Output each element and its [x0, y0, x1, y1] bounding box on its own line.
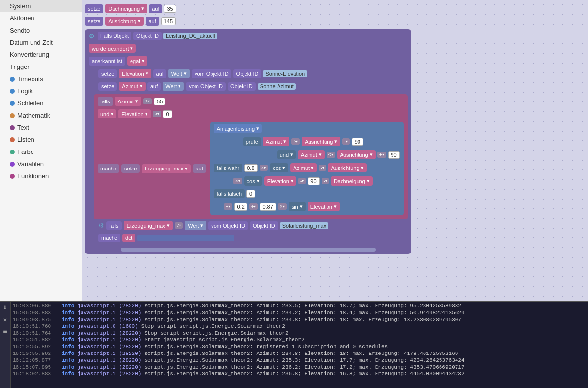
sidebar-item-listen[interactable]: Listen: [0, 134, 82, 146]
ausrichtung-var-4[interactable]: Ausrichtung ▾: [328, 163, 366, 172]
prufe-block: prüfe: [243, 137, 261, 146]
sidebar-label-schleifen: Schleifen: [17, 100, 43, 107]
val-90-3[interactable]: 90: [308, 177, 319, 185]
lt-op[interactable]: < ▾: [327, 152, 335, 158]
wurde-geandert-block[interactable]: wurde geändert ▾: [89, 44, 136, 53]
log-btn-clear[interactable]: ✕: [3, 316, 7, 324]
mache-block: mache: [98, 164, 119, 173]
horizontal-scrollbar[interactable]: [121, 248, 376, 252]
setze-elevation-block[interactable]: setze: [98, 69, 117, 78]
azimut-var-3[interactable]: Azimut ▾: [298, 150, 325, 159]
plus-op-2[interactable]: + ▾: [224, 203, 232, 210]
gt-op-1[interactable]: > ▾: [143, 98, 152, 104]
sidebar-item-logik[interactable]: Logik: [0, 85, 82, 97]
vom-objekt-id-2: vom Objekt ID: [186, 82, 226, 91]
val-02[interactable]: 0.2: [234, 203, 247, 211]
sidebar-label-datum: Datum und Zeit: [10, 39, 53, 46]
minus-op-4[interactable]: - ▾: [322, 178, 329, 184]
setze-erzeugung-block[interactable]: setze: [121, 164, 140, 173]
val-35[interactable]: 35: [164, 5, 176, 13]
ne-op[interactable]: ≠ ▾: [175, 222, 183, 229]
log-content[interactable]: 16:03:06.880 info javascript.1 (28220) s…: [11, 302, 588, 388]
sidebar-item-trigger[interactable]: Trigger: [0, 61, 82, 73]
val-55[interactable]: 55: [154, 98, 165, 105]
elevation-var-3[interactable]: Elevation ▾: [308, 202, 340, 211]
sidebar-item-konvertierung[interactable]: Konvertierung: [0, 49, 82, 61]
wert-vom-block-3[interactable]: Wert ▾: [185, 221, 206, 230]
sidebar-item-sendto[interactable]: Sendto: [0, 24, 82, 36]
plus-op[interactable]: + ▾: [377, 152, 386, 158]
det-block[interactable]: det: [122, 234, 135, 242]
sidebar-item-variablen[interactable]: Variablen: [0, 158, 82, 170]
elevation-cond-block[interactable]: Elevation ▾: [118, 109, 150, 118]
ausrichtung-var-3[interactable]: Ausrichtung ▾: [337, 150, 376, 159]
val-145[interactable]: 145: [161, 17, 176, 25]
minus-op-2[interactable]: - ▾: [319, 165, 326, 171]
mult-op-1[interactable]: × ▾: [260, 165, 268, 171]
cos-block-2[interactable]: cos ▾: [244, 176, 262, 186]
log-time: 16:03:06.880: [13, 303, 59, 309]
ausrichtung-var[interactable]: Ausrichtung ▾: [105, 17, 144, 26]
falls-objekt-block[interactable]: Falls Objekt: [98, 32, 131, 40]
dachneigung-var-2[interactable]: Dachneigung ▾: [331, 176, 373, 186]
minus-op-1[interactable]: - ▾: [342, 138, 349, 145]
div-op[interactable]: ÷ ▾: [249, 203, 258, 210]
val-90-1[interactable]: 90: [352, 138, 363, 146]
sidebar-item-system[interactable]: System: [0, 0, 82, 12]
erzeugung-max-var[interactable]: Erzeugung_max ▾: [142, 164, 191, 173]
log-message: script.js.Energie.Solarmax_theor2: Azimu…: [144, 351, 458, 356]
mult-op-2[interactable]: × ▾: [233, 178, 242, 184]
sidebar-item-aktionen[interactable]: Aktionen: [0, 12, 82, 24]
sidebar-item-farbe[interactable]: Farbe: [0, 146, 82, 158]
sonne-azimut-id[interactable]: Sonne-Azimut: [258, 83, 296, 90]
auf-elevation: auf: [153, 69, 166, 78]
vom-objekt-id-3: vom Objekt ID: [208, 221, 248, 230]
setze-block-1[interactable]: setze: [85, 4, 103, 13]
val-0-cond[interactable]: 0: [163, 110, 172, 118]
solarleistung-max-id[interactable]: Solarleistung_max: [280, 222, 329, 229]
azimut-cond-block[interactable]: Azimut ▾: [115, 97, 142, 106]
und2-block[interactable]: und ▾: [277, 150, 296, 159]
falls-wahr-block: falls wahr: [214, 164, 242, 172]
sidebar-item-text[interactable]: Text: [0, 121, 82, 134]
sidebar-item-schleifen[interactable]: Schleifen: [0, 97, 82, 109]
elevation-var-block[interactable]: Elevation ▾: [119, 69, 151, 78]
leistung-dc-id[interactable]: Leistung_DC_aktuell: [163, 33, 218, 39]
wert-vom-block-1[interactable]: Wert ▾: [168, 69, 190, 78]
val-08[interactable]: 0.8: [244, 164, 257, 172]
val-0-falsch[interactable]: 0: [246, 190, 255, 198]
azimut-var-block[interactable]: Azimut ▾: [119, 82, 146, 91]
erzeugung-max-var-2[interactable]: Erzeugung_max ▾: [124, 221, 173, 230]
ausrichtung-var-2[interactable]: Ausrichtung ▾: [302, 137, 340, 146]
log-btn-download[interactable]: ⬇: [3, 304, 7, 312]
log-btn-scroll[interactable]: ≡: [3, 328, 7, 336]
azimut-var-4[interactable]: Azimut ▾: [290, 163, 317, 172]
val-90-2[interactable]: 90: [388, 151, 400, 159]
sidebar-item-timeouts[interactable]: Timeouts: [0, 73, 82, 85]
gt-op-3[interactable]: > ▾: [291, 138, 300, 145]
val-087[interactable]: 0.87: [260, 203, 276, 211]
auf-label-1: auf: [149, 4, 162, 13]
sonne-elevation-id[interactable]: Sonne-Elevation: [263, 70, 307, 77]
wert-vom-block-2[interactable]: Wert ▾: [163, 82, 184, 91]
setze-block-2[interactable]: setze: [85, 17, 103, 26]
log-source: javascript.1 (28220): [77, 371, 141, 377]
setze-azimut-block[interactable]: setze: [98, 82, 117, 91]
sidebar-item-datum[interactable]: Datum und Zeit: [0, 36, 82, 49]
log-time: 16:09:03.875: [13, 317, 59, 322]
egal-block[interactable]: egal ▾: [127, 56, 147, 66]
und-block[interactable]: und ▾: [98, 109, 116, 118]
dachneigung-var[interactable]: Dachneigung ▾: [105, 4, 147, 13]
objekt-id-block: Objekt ID: [133, 32, 162, 40]
cos-block-1[interactable]: cos ▾: [270, 163, 288, 172]
anlagenleistung-block[interactable]: Anlagenleistung ▾: [214, 124, 262, 133]
azimut-var-2[interactable]: Azimut ▾: [263, 137, 290, 146]
sidebar-item-mathematik[interactable]: Mathematik: [0, 109, 82, 121]
mult-op-3[interactable]: × ▾: [278, 203, 287, 210]
script-canvas[interactable]: setze Dachneigung ▾ auf 35 setze: [82, 0, 588, 301]
sin-block[interactable]: sin ▾: [289, 202, 306, 211]
gt-op-2[interactable]: > ▾: [153, 111, 162, 117]
sidebar-item-funktionen[interactable]: Funktionen: [0, 170, 82, 182]
minus-op-3[interactable]: - ▾: [298, 178, 306, 184]
elevation-var-2[interactable]: Elevation ▾: [264, 176, 296, 186]
